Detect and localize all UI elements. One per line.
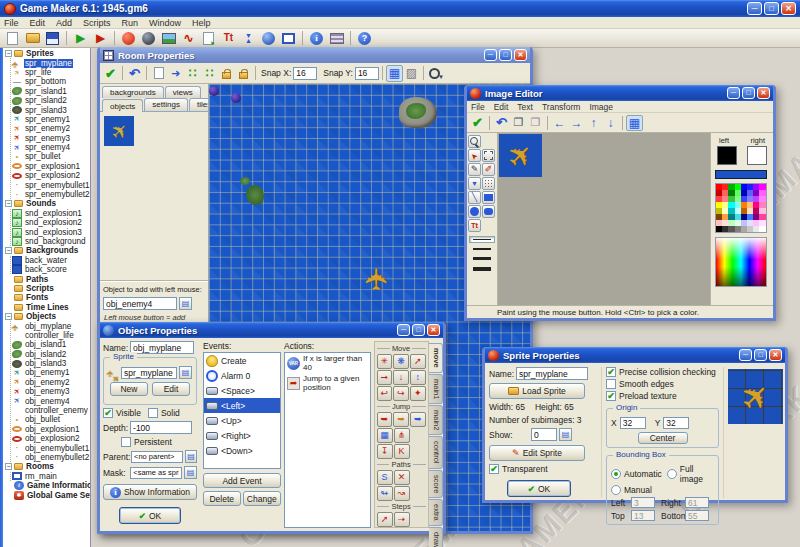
sprite-image-cell[interactable]: ✈ <box>499 134 542 177</box>
snap-x-input[interactable] <box>293 67 317 80</box>
action-set-path-button[interactable]: S <box>377 470 393 485</box>
tree-item-obj-bullet[interactable]: obj_bullet <box>12 415 90 424</box>
add-sprite-button[interactable] <box>119 30 138 47</box>
object-minimize-button[interactable]: ─ <box>397 324 410 336</box>
line-width-1[interactable] <box>469 236 495 243</box>
show-information-button[interactable]: Show Information <box>103 484 197 500</box>
maximize-button[interactable]: □ <box>764 2 779 15</box>
image-shift-up-button[interactable] <box>585 115 602 131</box>
tree-node-time-lines[interactable]: Time Lines <box>5 303 90 312</box>
event-key-left[interactable]: <Left> <box>204 398 280 413</box>
tree-item-snd-background[interactable]: snd_background <box>12 237 90 246</box>
object-add-input[interactable] <box>103 297 177 310</box>
action-move-fixed-button[interactable]: ✳ <box>377 354 393 369</box>
next-subimage-button[interactable] <box>559 428 572 441</box>
action-wrap-screen-button[interactable]: ⋔ <box>394 428 410 443</box>
action-tab-control[interactable]: control <box>429 436 443 469</box>
image-paste-button[interactable] <box>527 115 544 131</box>
actions-list[interactable]: If x is larger than 40Jump to a given po… <box>284 352 371 528</box>
tree-item-obj-enemy3[interactable]: obj_enemy3 <box>12 387 90 396</box>
action-reverse-vertical-button[interactable]: ↪ <box>393 386 409 401</box>
object-name-input[interactable] <box>130 341 194 354</box>
add-timeline-button[interactable] <box>239 30 258 47</box>
tool-eyedropper-button[interactable] <box>468 177 481 190</box>
visible-checkbox[interactable] <box>103 408 113 418</box>
events-list[interactable]: CreateAlarm 0<Space><Left><Up><Right><Do… <box>203 352 281 469</box>
right-color-swatch[interactable] <box>747 146 767 165</box>
room-lock-horizontal-button[interactable] <box>218 65 235 82</box>
tree-node-rooms[interactable]: Rooms <box>5 462 90 471</box>
tree-node-global-game-settings[interactable]: Global Game Settings <box>5 490 90 499</box>
image-minimize-button[interactable]: ─ <box>727 87 740 99</box>
expander-icon[interactable] <box>5 463 12 470</box>
resource-tree[interactable]: Spritesspr_myplanespr_lifespr_bottomspr_… <box>3 48 91 547</box>
action-step-towards-button[interactable]: ➚ <box>377 512 393 527</box>
event-key-right[interactable]: <Right> <box>204 428 280 443</box>
add-room-button[interactable] <box>279 30 298 47</box>
tree-item-spr-bottom[interactable]: spr_bottom <box>12 77 90 86</box>
parent-input[interactable] <box>131 451 183 463</box>
tree-item-rm-main[interactable]: rm_main <box>12 472 90 481</box>
image-copy-button[interactable] <box>510 115 527 131</box>
menu-edit[interactable]: Edit <box>30 18 46 28</box>
tree-item-spr-explosion1[interactable]: spr_explosion1 <box>12 162 90 171</box>
room-sort-horizontal-button[interactable] <box>184 65 201 82</box>
tree-node-game-information[interactable]: Game Information <box>5 481 90 490</box>
line-width-4[interactable] <box>469 265 495 273</box>
delete-event-button[interactable]: Delete <box>203 491 241 506</box>
tree-item-obj-enemy2[interactable]: obj_enemy2 <box>12 378 90 387</box>
image-grid-toggle-button[interactable] <box>626 115 643 131</box>
tree-item-obj-island3[interactable]: obj_island3 <box>12 359 90 368</box>
tree-item-snd-explosion1[interactable]: snd_explosion1 <box>12 209 90 218</box>
image-menu-image[interactable]: Image <box>589 102 613 112</box>
room-grid-toggle-button[interactable] <box>386 65 403 82</box>
action-move-free-button[interactable]: ❋ <box>393 354 409 369</box>
action-path-position-button[interactable]: ↬ <box>377 486 393 501</box>
action-jump-to-start-button[interactable]: ➥ <box>393 412 409 427</box>
instance-plane[interactable]: ✈ <box>357 260 396 299</box>
image-close-button[interactable]: ✕ <box>757 87 770 99</box>
precise-collision-checkbox[interactable] <box>606 367 616 377</box>
line-width-2[interactable] <box>469 246 495 252</box>
action-tab-main1[interactable]: main1 <box>429 374 443 404</box>
tool-ellipse-button[interactable] <box>468 205 481 218</box>
parent-menu-button[interactable] <box>185 450 197 463</box>
action-if-x-larger[interactable]: If x is larger than 40 <box>285 353 370 373</box>
game-information-button[interactable] <box>307 30 326 47</box>
tree-item-obj-explosion2[interactable]: obj_explosion2 <box>12 434 90 443</box>
expander-icon[interactable] <box>5 50 12 57</box>
menu-add[interactable]: Add <box>56 18 72 28</box>
tool-select-arrow-button[interactable] <box>468 149 481 162</box>
tree-item-obj-explosion1[interactable]: obj_explosion1 <box>12 425 90 434</box>
tree-item-spr-island1[interactable]: spr_island1 <box>12 87 90 96</box>
image-undo-button[interactable] <box>493 115 510 131</box>
tree-item-obj-myplane[interactable]: obj_myplane <box>12 321 90 330</box>
run-game-button[interactable] <box>71 30 90 47</box>
image-ok-check-button[interactable] <box>469 115 486 131</box>
depth-input[interactable] <box>130 421 192 434</box>
mask-menu-button[interactable] <box>184 466 197 479</box>
instance-ball[interactable] <box>231 93 241 103</box>
tree-item-spr-island2[interactable]: spr_island2 <box>12 96 90 105</box>
image-maximize-button[interactable]: □ <box>742 87 755 99</box>
action-jump-position[interactable]: Jump to a given position <box>285 373 370 393</box>
expander-icon[interactable] <box>5 200 12 207</box>
room-maximize-button[interactable]: □ <box>499 49 512 61</box>
image-menu-file[interactable]: File <box>471 102 485 112</box>
bbox-manual-radio[interactable] <box>611 485 621 495</box>
image-menu-transform[interactable]: Transform <box>542 102 580 112</box>
tool-brush-button[interactable] <box>482 163 495 176</box>
tree-item-controller-enemy[interactable]: controller_enemy <box>12 406 90 415</box>
event-key-down[interactable]: <Down> <box>204 443 280 458</box>
tree-item-spr-explosion2[interactable]: spr_explosion2 <box>12 171 90 180</box>
room-zoom-menu-button[interactable] <box>427 65 444 82</box>
sprite-close-button[interactable]: ✕ <box>769 349 782 361</box>
instance-island-small[interactable] <box>240 177 266 207</box>
tool-marquee-button[interactable] <box>482 149 495 162</box>
tree-item-spr-enemybullet2[interactable]: spr_enemybullet2 <box>12 190 90 199</box>
object-sprite-input[interactable] <box>121 367 177 379</box>
event-create[interactable]: Create <box>204 353 280 368</box>
action-speed-vertical-button[interactable]: ↓ <box>393 370 409 385</box>
line-width-3[interactable] <box>469 255 495 262</box>
bbox-top-input[interactable] <box>631 510 655 521</box>
